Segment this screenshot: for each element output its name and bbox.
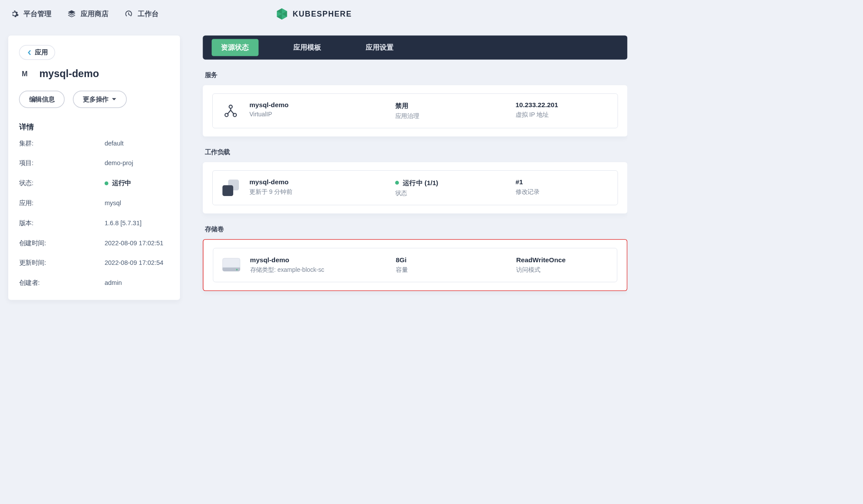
- edit-info-label: 编辑信息: [29, 95, 54, 104]
- back-label: 应用: [35, 48, 48, 57]
- workloads-heading: 工作负载: [205, 148, 628, 157]
- nav-appstore[interactable]: 应用商店: [67, 9, 109, 19]
- workload-rev-label: 修改记录: [516, 188, 609, 196]
- workload-status-label: 状态: [395, 189, 510, 197]
- side-panel: 应用 M mysql-demo 编辑信息 更多操作 详情 集群: default…: [8, 35, 180, 300]
- detail-value: mysql: [105, 199, 121, 208]
- volume-sc: 存储类型: example-block-sc: [250, 266, 390, 274]
- detail-label: 版本:: [19, 219, 105, 227]
- detail-cluster: 集群: default: [19, 139, 170, 148]
- detail-value: 2022-08-09 17:02:51: [105, 239, 163, 247]
- back-button[interactable]: 应用: [19, 45, 55, 60]
- service-type: VirtualIP: [249, 111, 389, 118]
- volumes-card: mysql-demo 存储类型: example-block-sc 8Gi 容量…: [203, 239, 627, 291]
- detail-value: default: [105, 139, 124, 148]
- volume-mode: ReadWriteOnce: [516, 256, 608, 264]
- main-content: 资源状态 应用模板 应用设置 服务 mysql-demo: [203, 35, 627, 300]
- workload-rev: #1: [516, 178, 609, 186]
- top-nav: 平台管理 应用商店 工作台 KUBESPHERE: [0, 0, 627, 28]
- details-heading: 详情: [19, 122, 170, 132]
- workload-row[interactable]: mysql-demo 更新于 9 分钟前 运行中 (1/1) 状态 #1 修改记…: [212, 170, 618, 205]
- service-row[interactable]: mysql-demo VirtualIP 禁用 应用治理 10.233.22.2…: [212, 93, 618, 128]
- status-dot-icon: [105, 181, 109, 185]
- workloads-card: mysql-demo 更新于 9 分钟前 运行中 (1/1) 状态 #1 修改记…: [203, 162, 627, 213]
- caret-down-icon: [112, 97, 117, 102]
- detail-label: 集群:: [19, 139, 105, 148]
- gauge-icon: [124, 10, 133, 18]
- nav-platform[interactable]: 平台管理: [10, 9, 51, 19]
- volume-capacity-label: 容量: [396, 266, 510, 274]
- detail-author: 创建者: admin: [19, 279, 170, 288]
- volume-row[interactable]: mysql-demo 存储类型: example-block-sc 8Gi 容量…: [213, 248, 618, 282]
- service-govern-label: 应用治理: [395, 112, 510, 120]
- resource-title: mysql-demo: [39, 68, 99, 80]
- detail-label: 更新时间:: [19, 259, 105, 267]
- detail-value: 2022-08-09 17:02:54: [105, 259, 163, 267]
- volume-name: mysql-demo: [250, 256, 390, 264]
- detail-label: 创建时间:: [19, 239, 105, 247]
- workload-status: 运行中 (1/1): [395, 178, 510, 187]
- more-actions-label: 更多操作: [83, 95, 108, 104]
- service-govern-status: 禁用: [395, 101, 510, 110]
- detail-label: 应用:: [19, 199, 105, 208]
- workload-updated: 更新于 9 分钟前: [249, 188, 389, 196]
- workload-status-text: 运行中 (1/1): [403, 178, 438, 187]
- detail-version: 版本: 1.6.8 [5.7.31]: [19, 219, 170, 227]
- resource-letter-badge: M: [19, 68, 31, 80]
- tab-app-settings[interactable]: 应用设置: [356, 39, 403, 56]
- detail-created: 创建时间: 2022-08-09 17:02:51: [19, 239, 170, 247]
- gear-icon: [10, 10, 19, 18]
- status-text: 运行中: [112, 179, 131, 188]
- services-card: mysql-demo VirtualIP 禁用 应用治理 10.233.22.2…: [203, 85, 627, 137]
- storage-disk-icon: [222, 256, 241, 274]
- volume-mode-label: 访问模式: [516, 266, 608, 274]
- tab-app-template[interactable]: 应用模板: [284, 39, 331, 56]
- volume-capacity: 8Gi: [396, 256, 510, 264]
- service-vip: 10.233.22.201: [516, 101, 609, 109]
- status-dot-icon: [395, 181, 399, 185]
- edit-info-button[interactable]: 编辑信息: [19, 91, 65, 108]
- detail-label: 项目:: [19, 159, 105, 168]
- service-name: mysql-demo: [249, 101, 389, 109]
- services-heading: 服务: [205, 71, 628, 80]
- detail-value: 1.6.8 [5.7.31]: [105, 219, 142, 227]
- more-actions-button[interactable]: 更多操作: [73, 91, 127, 108]
- nav-appstore-label: 应用商店: [81, 9, 109, 19]
- detail-project: 项目: demo-proj: [19, 159, 170, 168]
- detail-value: demo-proj: [105, 159, 133, 168]
- detail-updated: 更新时间: 2022-08-09 17:02:54: [19, 259, 170, 267]
- detail-app: 应用: mysql: [19, 199, 170, 208]
- detail-value: admin: [105, 279, 122, 288]
- nav-platform-label: 平台管理: [24, 9, 51, 19]
- service-vip-label: 虚拟 IP 地址: [516, 111, 609, 119]
- detail-value: 运行中: [105, 179, 131, 188]
- tab-resource-status[interactable]: 资源状态: [212, 39, 259, 56]
- brand-logo[interactable]: KUBESPHERE: [275, 7, 352, 20]
- service-topology-icon: [221, 101, 240, 120]
- workload-name: mysql-demo: [249, 178, 389, 186]
- volumes-heading: 存储卷: [205, 225, 628, 233]
- nav-workbench[interactable]: 工作台: [124, 9, 159, 19]
- detail-label: 创建者:: [19, 279, 105, 288]
- workload-icon: [221, 179, 240, 197]
- layers-icon: [67, 10, 76, 18]
- detail-label: 状态:: [19, 179, 105, 188]
- chevron-left-icon: [27, 50, 32, 55]
- nav-workbench-label: 工作台: [138, 9, 159, 19]
- brand-text: KUBESPHERE: [292, 10, 352, 18]
- tab-bar: 资源状态 应用模板 应用设置: [203, 35, 627, 59]
- kubesphere-icon: [275, 7, 288, 20]
- details-list: 集群: default 项目: demo-proj 状态: 运行中 应用: my…: [19, 139, 170, 287]
- detail-status: 状态: 运行中: [19, 179, 170, 188]
